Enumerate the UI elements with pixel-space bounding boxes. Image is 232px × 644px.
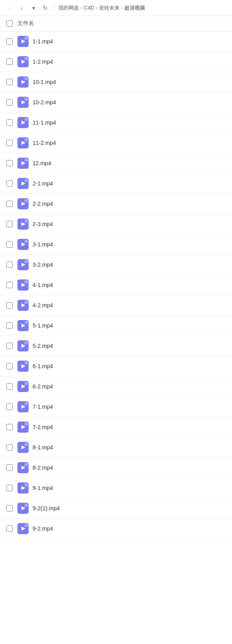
svg-rect-10 bbox=[25, 98, 28, 101]
file-name: 3-1.mp4 bbox=[33, 241, 226, 248]
back-button[interactable]: ‹ bbox=[5, 3, 14, 13]
svg-rect-31 bbox=[25, 240, 28, 243]
file-name: 3-2.mp4 bbox=[33, 262, 226, 268]
file-name: 11-2.mp4 bbox=[33, 140, 226, 146]
file-row[interactable]: 6-2.mp4 bbox=[0, 377, 232, 397]
file-row[interactable]: 8-2.mp4 bbox=[0, 458, 232, 478]
file-checkbox[interactable] bbox=[6, 180, 13, 187]
file-list-container: 文件名 1-1.mp4 1-2.mp4 bbox=[0, 16, 232, 539]
file-checkbox[interactable] bbox=[6, 343, 13, 349]
forward-button[interactable]: › bbox=[17, 3, 26, 13]
svg-rect-73 bbox=[25, 524, 28, 527]
video-file-icon bbox=[17, 320, 29, 331]
file-name: 4-2.mp4 bbox=[33, 302, 226, 308]
file-checkbox[interactable] bbox=[6, 444, 13, 451]
dropdown-button[interactable]: ▾ bbox=[29, 3, 38, 13]
file-row[interactable]: 11-1.mp4 bbox=[0, 113, 232, 133]
file-row[interactable]: 9-2.mp4 bbox=[0, 519, 232, 539]
file-row[interactable]: 5-2.mp4 bbox=[0, 336, 232, 356]
svg-rect-4 bbox=[25, 57, 28, 60]
video-file-icon bbox=[17, 239, 29, 250]
video-file-icon bbox=[17, 442, 29, 453]
svg-rect-43 bbox=[25, 321, 28, 324]
file-checkbox[interactable] bbox=[6, 241, 13, 248]
file-checkbox[interactable] bbox=[6, 282, 13, 288]
file-checkbox[interactable] bbox=[6, 79, 13, 85]
file-row[interactable]: 5-1.mp4 bbox=[0, 316, 232, 336]
file-row[interactable]: 10-1.mp4 bbox=[0, 72, 232, 92]
file-row[interactable]: 2-2.mp4 bbox=[0, 194, 232, 214]
file-row[interactable]: 3-1.mp4 bbox=[0, 234, 232, 255]
breadcrumb-sep-3: › bbox=[121, 5, 123, 11]
file-name: 9-2.mp4 bbox=[33, 525, 226, 532]
file-row[interactable]: 1-2.mp4 bbox=[0, 52, 232, 72]
file-checkbox[interactable] bbox=[6, 140, 13, 146]
file-row[interactable]: 10-2.mp4 bbox=[0, 92, 232, 113]
file-row[interactable]: 2-1.mp4 bbox=[0, 174, 232, 194]
file-row[interactable]: 7-1.mp4 bbox=[0, 397, 232, 417]
file-name: 6-2.mp4 bbox=[33, 383, 226, 390]
file-checkbox[interactable] bbox=[6, 505, 13, 511]
breadcrumb-c4d[interactable]: C4D bbox=[84, 5, 94, 11]
file-checkbox[interactable] bbox=[6, 262, 13, 268]
video-file-icon bbox=[17, 36, 29, 47]
video-file-icon bbox=[17, 401, 29, 412]
file-checkbox[interactable] bbox=[6, 99, 13, 105]
file-row[interactable]: 4-2.mp4 bbox=[0, 295, 232, 316]
file-checkbox[interactable] bbox=[6, 363, 13, 369]
file-name: 8-2.mp4 bbox=[33, 464, 226, 471]
file-checkbox[interactable] bbox=[6, 485, 13, 491]
video-file-icon bbox=[17, 300, 29, 311]
breadcrumb-root[interactable]: 我的网盘 bbox=[58, 4, 79, 12]
file-row[interactable]: 11-2.mp4 bbox=[0, 133, 232, 153]
file-row[interactable]: 1-1.mp4 bbox=[0, 31, 232, 52]
refresh-button[interactable]: ↻ bbox=[41, 3, 50, 13]
file-checkbox[interactable] bbox=[6, 404, 13, 410]
file-name: 8-1.mp4 bbox=[33, 444, 226, 451]
video-file-icon bbox=[17, 259, 29, 270]
file-checkbox[interactable] bbox=[6, 38, 13, 45]
file-name: 2-2.mp4 bbox=[33, 201, 226, 207]
file-checkbox[interactable] bbox=[6, 302, 13, 308]
file-checkbox[interactable] bbox=[6, 424, 13, 430]
file-row[interactable]: 4-1.mp4 bbox=[0, 275, 232, 295]
svg-rect-28 bbox=[25, 219, 28, 222]
svg-rect-40 bbox=[25, 301, 28, 304]
breadcrumb-reverse[interactable]: 逆转未来 bbox=[99, 4, 120, 12]
file-row[interactable]: 9-1.mp4 bbox=[0, 478, 232, 498]
svg-rect-22 bbox=[25, 179, 28, 182]
svg-rect-25 bbox=[25, 199, 28, 202]
file-row[interactable]: 8-1.mp4 bbox=[0, 437, 232, 458]
file-name: 2-3.mp4 bbox=[33, 221, 226, 227]
svg-rect-1 bbox=[25, 37, 28, 40]
file-checkbox[interactable] bbox=[6, 119, 13, 126]
file-list-header: 文件名 bbox=[0, 16, 232, 31]
file-row[interactable]: 9-2(1).mp4 bbox=[0, 498, 232, 519]
svg-rect-7 bbox=[25, 77, 28, 80]
file-checkbox[interactable] bbox=[6, 525, 13, 532]
file-rows-container: 1-1.mp4 1-2.mp4 10-1.mp4 bbox=[0, 31, 232, 539]
file-checkbox[interactable] bbox=[6, 383, 13, 390]
file-checkbox[interactable] bbox=[6, 322, 13, 329]
file-checkbox[interactable] bbox=[6, 160, 13, 166]
file-row[interactable]: 2-3.mp4 bbox=[0, 214, 232, 234]
file-name: 10-2.mp4 bbox=[33, 99, 226, 105]
svg-rect-70 bbox=[25, 503, 28, 507]
file-row[interactable]: 12.mp4 bbox=[0, 153, 232, 174]
file-row[interactable]: 3-2.mp4 bbox=[0, 255, 232, 275]
select-all-checkbox[interactable] bbox=[6, 20, 13, 27]
file-checkbox[interactable] bbox=[6, 221, 13, 227]
breadcrumb: 我的网盘 › C4D › 逆转未来 › 超清视频 bbox=[58, 4, 145, 12]
svg-rect-67 bbox=[25, 483, 28, 486]
file-checkbox[interactable] bbox=[6, 201, 13, 207]
file-checkbox[interactable] bbox=[6, 464, 13, 471]
file-row[interactable]: 7-2.mp4 bbox=[0, 417, 232, 437]
file-row[interactable]: 6-1.mp4 bbox=[0, 356, 232, 377]
breadcrumb-sep-1: › bbox=[81, 5, 82, 11]
file-checkbox[interactable] bbox=[6, 59, 13, 65]
svg-rect-55 bbox=[25, 402, 28, 405]
file-name: 10-1.mp4 bbox=[33, 79, 226, 85]
file-name: 4-1.mp4 bbox=[33, 282, 226, 288]
file-name: 12.mp4 bbox=[33, 160, 226, 166]
video-file-icon bbox=[17, 198, 29, 209]
